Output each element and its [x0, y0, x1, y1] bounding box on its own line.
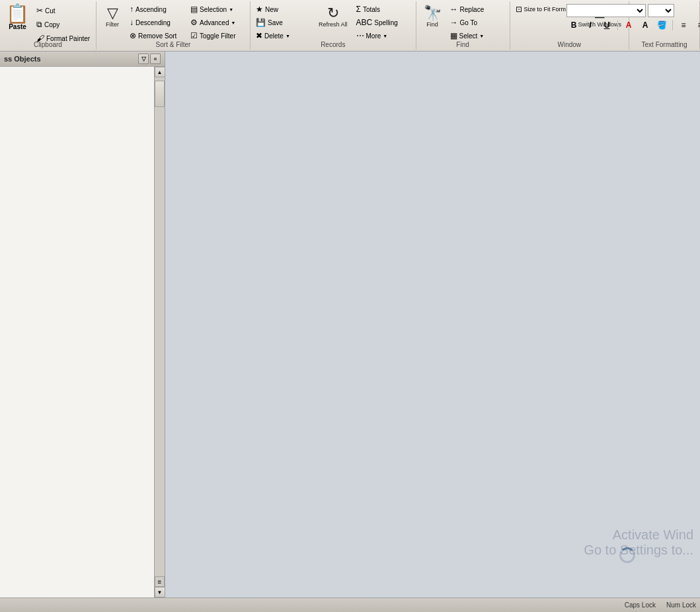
remove-sort-button[interactable]: ⊗ Remove Sort [127, 29, 186, 42]
sidebar-header-buttons: ▽ « [138, 54, 161, 64]
advanced-label: Advanced [200, 19, 229, 26]
remove-sort-label: Remove Sort [138, 32, 176, 40]
select-button[interactable]: ▦ Select ▼ [447, 29, 507, 42]
scroll-down-button[interactable]: ▼ [155, 587, 165, 597]
spelling-label: Spelling [374, 19, 398, 26]
new-label: New [265, 6, 278, 13]
sidebar-shutter-button[interactable]: ▽ [138, 54, 149, 64]
descending-label: Descending [136, 19, 171, 26]
more-button[interactable]: ⋯ More ▼ [354, 29, 413, 42]
num-lock-indicator: Num Lock [666, 601, 696, 609]
underline-button[interactable]: U [600, 19, 614, 32]
replace-button[interactable]: ↔ Replace [447, 3, 507, 16]
clipboard-group: 📋 Paste ✂ Cut ⧉ Copy 🖌 Format Painter [0, 1, 97, 50]
highlight-button[interactable]: A [638, 19, 652, 32]
find-icon: 🔭 [424, 6, 442, 20]
advanced-icon: ⚙ [190, 18, 198, 27]
advanced-button[interactable]: ⚙ Advanced ▼ [188, 16, 247, 29]
paste-button[interactable]: 📋 Paste [3, 3, 32, 32]
num-lock-label: Num Lock [666, 601, 696, 609]
size-select[interactable] [648, 4, 674, 17]
toggle-filter-button[interactable]: ☑ Toggle Filter [188, 29, 247, 42]
descending-icon: ↓ [130, 18, 134, 27]
watermark-line2: Go to Settings to... [584, 543, 693, 558]
size-to-fit-label: Size to Fit Form [524, 6, 566, 13]
sort-filter-group: ▽ Filter ↑ Ascending ↓ Descending ⊗ Remo… [97, 1, 251, 50]
find-button[interactable]: 🔭 Find [419, 3, 446, 32]
align-left-button[interactable]: ≡ [676, 19, 691, 32]
sort-filter-col: ↑ Ascending ↓ Descending ⊗ Remove Sort [127, 3, 186, 42]
italic-button[interactable]: I [583, 19, 598, 32]
tf-separator-1 [617, 20, 618, 30]
save-icon: 💾 [256, 18, 266, 27]
delete-button[interactable]: ✖ Delete ▼ [253, 29, 313, 42]
selection-label: Selection [200, 6, 227, 13]
new-button[interactable]: ★ New [253, 3, 313, 16]
paint-bucket-button[interactable]: 🪣 [654, 19, 669, 32]
caps-lock-label: Caps Lock [625, 601, 656, 609]
more-label: More [366, 32, 381, 40]
scroll-thumb[interactable] [155, 81, 165, 107]
save-button[interactable]: 💾 Save [253, 16, 313, 29]
window-col: ⊡ Size to Fit Form [513, 3, 572, 16]
delete-label: Delete [264, 32, 284, 40]
sidebar-collapse-button[interactable]: « [150, 54, 161, 64]
find-label-group: Find [416, 41, 510, 48]
text-formatting-label: Text Formatting [629, 41, 699, 48]
selection-button[interactable]: ▤ Selection ▼ [188, 3, 247, 16]
scroll-up-button[interactable]: ▲ [155, 67, 165, 77]
size-to-fit-icon: ⊡ [516, 5, 522, 14]
ribbon: 📋 Paste ✂ Cut ⧉ Copy 🖌 Format Painter [0, 0, 700, 52]
sidebar-header: ss Objects ▽ « [0, 52, 165, 67]
ascending-icon: ↑ [130, 5, 134, 14]
paste-icon: 📋 [6, 5, 29, 23]
toggle-filter-label: Toggle Filter [200, 32, 235, 40]
cut-icon: ✂ [36, 6, 43, 15]
ascending-label: Ascending [136, 6, 167, 13]
clipboard-small-buttons: ✂ Cut ⧉ Copy 🖌 Format Painter [34, 3, 93, 45]
save-label: Save [268, 19, 283, 26]
text-formatting-group: B I U A A 🪣 ≡ ≡ ≡ ☰ ⇒ Text Formatting [629, 1, 700, 50]
refresh-all-button[interactable]: ↻ Refresh All [314, 3, 352, 32]
find-col: ↔ Replace → Go To ▦ Select ▼ [447, 3, 507, 42]
cut-label: Cut [45, 7, 56, 15]
totals-label: Totals [363, 6, 380, 13]
main-content-area: Activate Wind Go to Settings to... [165, 52, 700, 597]
filter-button[interactable]: ▽ Filter [99, 3, 126, 32]
descending-button[interactable]: ↓ Descending [127, 16, 186, 29]
filter-icon: ▽ [107, 6, 118, 20]
paste-label: Paste [9, 23, 26, 30]
selection-icon: ▤ [190, 5, 198, 14]
sort-filter-label: Sort & Filter [97, 41, 250, 48]
totals-button[interactable]: Σ Totals [354, 3, 413, 16]
go-to-label: Go To [460, 19, 478, 26]
select-label: Select [459, 32, 478, 40]
bold-button[interactable]: B [566, 19, 581, 32]
cut-button[interactable]: ✂ Cut [34, 4, 93, 17]
size-to-fit-button[interactable]: ⊡ Size to Fit Form [513, 3, 572, 16]
toggle-filter-icon: ☑ [190, 31, 198, 40]
ascending-button[interactable]: ↑ Ascending [127, 3, 186, 16]
watermark-line1: Activate Wind [584, 527, 693, 543]
go-to-icon: → [450, 18, 458, 27]
copy-icon: ⧉ [36, 20, 42, 29]
tf-row-2: B I U A A 🪣 ≡ ≡ ≡ ☰ ⇒ [566, 19, 700, 32]
go-to-button[interactable]: → Go To [447, 16, 507, 29]
copy-button[interactable]: ⧉ Copy [34, 18, 93, 31]
align-center-button[interactable]: ≡ [693, 19, 700, 32]
refresh-all-icon: ↻ [327, 6, 339, 20]
loading-spinner [619, 547, 635, 563]
sidebar-content: ▲ ≡ ▼ [0, 67, 165, 597]
font-color-button[interactable]: A [621, 19, 636, 32]
find-label: Find [426, 22, 438, 28]
new-icon: ★ [256, 5, 263, 14]
select-dropdown-arrow: ▼ [479, 34, 484, 38]
sidebar-title: ss Objects [4, 55, 41, 63]
font-select[interactable] [566, 4, 646, 17]
records-col1: ★ New 💾 Save ✖ Delete ▼ [253, 3, 313, 42]
sidebar-scrollbar: ▲ ≡ ▼ [154, 67, 165, 597]
advanced-dropdown-arrow: ▼ [231, 20, 235, 25]
spelling-button[interactable]: ABC Spelling [354, 16, 413, 29]
refresh-all-label: Refresh All [319, 22, 348, 28]
clipboard-label: Clipboard [0, 41, 96, 48]
